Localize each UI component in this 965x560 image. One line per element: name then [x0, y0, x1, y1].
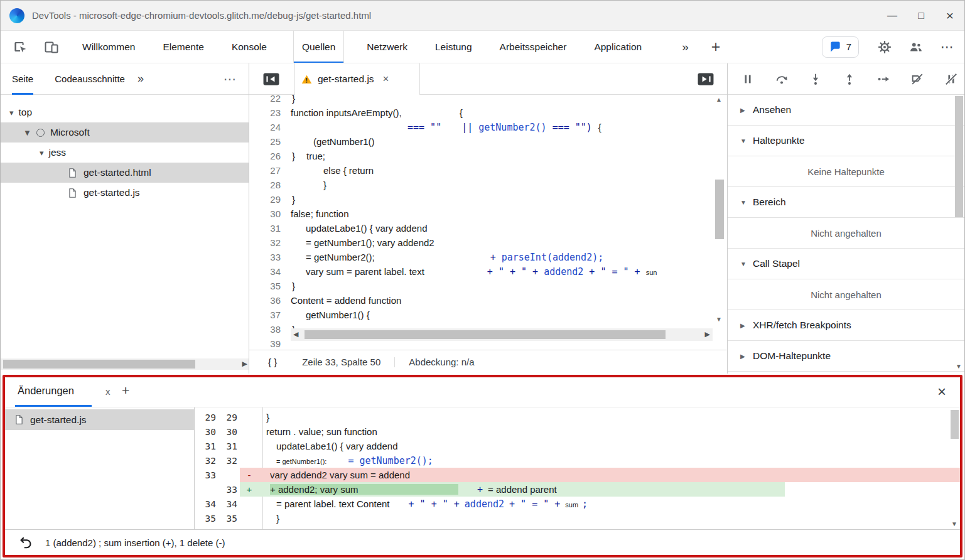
tab-konsole[interactable]: Konsole — [230, 31, 268, 63]
section-haltepunkte[interactable]: ▼Haltepunkte — [728, 126, 964, 156]
close-drawer-icon[interactable]: × — [937, 383, 946, 401]
line-number[interactable]: 33 — [249, 252, 291, 262]
step-out-icon[interactable] — [842, 72, 857, 87]
changed-file-item[interactable]: get-started.js — [5, 409, 194, 430]
section-dom-haltepunkte[interactable]: ▶DOM-Haltepunkte — [728, 341, 964, 372]
scrollbar-thumb[interactable] — [951, 410, 959, 439]
pause-on-exceptions-icon[interactable] — [944, 72, 959, 87]
deactivate-breakpoints-icon[interactable] — [910, 72, 925, 87]
scrollbar-thumb[interactable] — [305, 330, 666, 339]
navigator-more-options-icon[interactable]: ⋯ — [224, 72, 236, 87]
line-number[interactable]: 26 — [249, 151, 291, 161]
section-xhr-fetch-breakpoints[interactable]: ▶XHR/fetch Breakpoints — [728, 310, 964, 341]
tab-aenderungen[interactable]: Änderungen — [18, 385, 74, 397]
debugger-scrollbar[interactable]: ▼ — [954, 95, 964, 374]
drawer-tab-close-icon[interactable]: x — [105, 386, 111, 397]
settings-gear-icon[interactable] — [876, 39, 893, 55]
code-segment: === "" — [407, 122, 441, 133]
more-menu-icon[interactable]: ⋯ — [941, 40, 954, 55]
scroll-right-icon[interactable]: ▶ — [242, 360, 247, 368]
scroll-right-icon[interactable]: ▶ — [705, 330, 710, 338]
step-over-icon[interactable] — [774, 72, 789, 87]
section-call-stapel[interactable]: ▼Call Stapel — [728, 249, 964, 279]
section-bereich[interactable]: ▼Bereich — [728, 187, 964, 218]
tree-item-top[interactable]: ▾top — [1, 102, 249, 122]
tab-arbeitsspeicher[interactable]: Arbeitsspeicher — [499, 31, 568, 63]
line-number[interactable]: 34 — [249, 266, 291, 277]
feedback-icon[interactable] — [908, 39, 924, 55]
expand-arrow-icon[interactable]: ▼ — [23, 128, 31, 137]
scrollbar-thumb[interactable] — [715, 180, 724, 239]
changes-drawer: Änderungen x + × get-started.js 2929}303… — [3, 375, 962, 557]
pause-icon[interactable] — [740, 72, 755, 87]
diff-scrollbar[interactable]: ▼ — [949, 407, 960, 529]
editor-horizontal-scrollbar[interactable]: ◀ ▶ — [291, 328, 713, 341]
tab-netzwerk[interactable]: Netzwerk — [365, 31, 409, 63]
line-number[interactable]: 38 — [249, 324, 291, 335]
tab-willkommen[interactable]: Willkommen — [81, 31, 136, 63]
issues-counter[interactable]: 7 — [822, 36, 859, 58]
tab-quellen[interactable]: Quellen — [293, 31, 344, 63]
minimize-button[interactable]: — — [878, 1, 907, 31]
hide-navigator-icon[interactable] — [263, 72, 279, 86]
close-window-button[interactable]: × — [935, 1, 964, 31]
format-code-button[interactable]: { } — [268, 357, 277, 367]
scrollbar-thumb[interactable] — [955, 96, 963, 217]
expand-arrow-icon[interactable]: ▾ — [40, 148, 44, 158]
line-number[interactable]: 37 — [249, 310, 291, 320]
navigator-horizontal-scrollbar[interactable]: ▶ — [1, 358, 249, 370]
line-number[interactable]: 28 — [249, 180, 291, 190]
scrollbar-thumb[interactable] — [3, 360, 195, 369]
sources-navigator-panel: SeiteCodeausschnitte » ⋯ ▾top▼Microsoft▾… — [1, 63, 249, 374]
more-tabs-icon[interactable]: » — [682, 40, 689, 54]
tab-elemente[interactable]: Elemente — [161, 31, 205, 63]
revert-changes-icon[interactable] — [19, 536, 33, 549]
line-number[interactable]: 29 — [249, 194, 291, 205]
scroll-down-icon[interactable]: ▼ — [956, 363, 962, 370]
scroll-down-icon[interactable]: ▼ — [716, 316, 722, 323]
code-editor[interactable]: 22}23function inputsAreEmpty(),{24=== ""… — [249, 95, 727, 350]
inspect-icon[interactable] — [12, 39, 28, 55]
tree-item-microsoft[interactable]: ▼Microsoft — [1, 122, 249, 143]
line-number[interactable]: 39 — [249, 338, 291, 349]
scroll-down-icon[interactable]: ▼ — [951, 520, 957, 527]
editor-tab-get-started-js[interactable]: get-started.js × — [294, 63, 420, 95]
editor-vertical-scrollbar[interactable]: ▲ ▼ — [713, 95, 726, 327]
diff-view[interactable]: 2929}3030return . value; sun function313… — [195, 407, 960, 529]
scroll-up-icon[interactable]: ▲ — [716, 96, 722, 103]
line-number[interactable]: 23 — [249, 107, 291, 118]
line-number[interactable]: 36 — [249, 295, 291, 306]
open-in-sources-icon[interactable] — [698, 72, 714, 86]
line-number[interactable]: 31 — [249, 223, 291, 234]
line-number[interactable]: 27 — [249, 165, 291, 176]
code-text: } — [291, 95, 295, 104]
line-number[interactable]: 35 — [249, 281, 291, 291]
line-number[interactable]: 30 — [249, 208, 291, 219]
navigator-overflow-icon[interactable]: » — [137, 72, 144, 85]
line-number[interactable]: 32 — [249, 237, 291, 248]
code-segment: + " = " + — [589, 266, 640, 277]
line-number[interactable]: 22 — [249, 95, 291, 104]
navigator-tab-seite[interactable]: Seite — [12, 63, 33, 95]
tree-item-get-started-js[interactable]: get-started.js — [1, 183, 249, 203]
step-icon[interactable] — [876, 72, 891, 87]
tab-application[interactable]: Application — [593, 31, 643, 63]
line-number[interactable]: 24 — [249, 122, 291, 132]
device-toolbar-icon[interactable] — [43, 39, 60, 55]
tree-item-jess[interactable]: ▾jess — [1, 143, 249, 163]
section-ansehen[interactable]: ▶Ansehen — [728, 95, 964, 126]
scroll-left-icon[interactable]: ◀ — [293, 330, 298, 338]
code-segment: + — [477, 484, 483, 495]
add-drawer-tab-icon[interactable]: + — [122, 383, 129, 398]
edge-logo-icon — [9, 8, 24, 23]
add-panel-icon[interactable]: + — [711, 38, 721, 56]
tree-item-get-started-html[interactable]: get-started.html — [1, 163, 249, 183]
maximize-button[interactable]: □ — [907, 1, 935, 31]
expand-arrow-icon[interactable]: ▾ — [9, 108, 14, 117]
line-number[interactable]: 25 — [249, 136, 291, 147]
navigator-tab-codeausschnitte[interactable]: Codeausschnitte — [55, 63, 125, 95]
step-into-icon[interactable] — [808, 72, 823, 87]
tab-leistung[interactable]: Leistung — [434, 31, 473, 63]
tab-close-icon[interactable]: × — [383, 73, 389, 85]
code-line-25: 25(getNumber1() — [249, 134, 727, 149]
